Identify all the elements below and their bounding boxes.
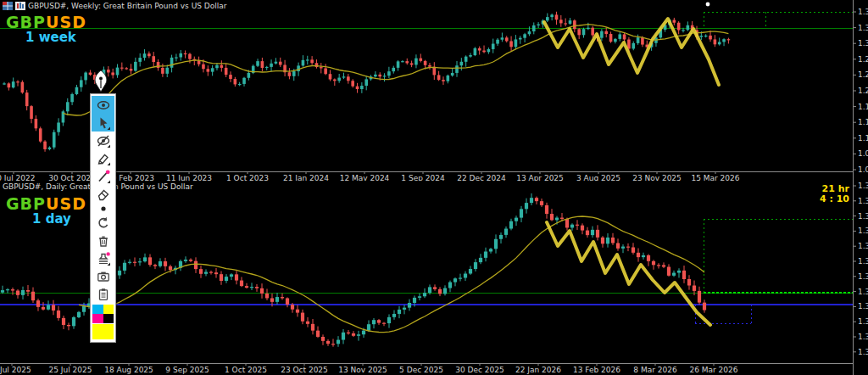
candle-body	[555, 218, 559, 221]
countdown-time: 4 : 10	[820, 194, 849, 204]
price-axis-label: 1.34100	[858, 24, 868, 32]
candle-body	[70, 94, 74, 102]
price-axis-label: 1.30680	[858, 348, 868, 356]
candle-body	[337, 78, 341, 81]
candle-body	[292, 71, 296, 76]
candle-body	[637, 37, 640, 43]
price-axis-label: 1.32140	[858, 317, 868, 326]
date-axis-label: 30 Dec 2025	[455, 366, 504, 374]
candle-body	[586, 231, 589, 236]
candle-body	[704, 36, 708, 36]
window-icon-table[interactable]	[3, 2, 13, 10]
candle-body	[392, 68, 395, 71]
candle-body	[515, 218, 518, 221]
tool-panel	[90, 93, 116, 343]
candle-body	[382, 323, 386, 324]
price-axis-label: 1.15230	[858, 118, 868, 126]
candle-body	[525, 203, 528, 209]
candle-body	[347, 333, 350, 333]
candle-body	[489, 249, 492, 251]
candle-body	[632, 248, 635, 253]
candle-body	[310, 59, 314, 63]
candle-body	[130, 69, 133, 70]
candle-body	[165, 68, 169, 74]
visibility-eye-icon	[96, 98, 111, 113]
candle-body	[209, 271, 213, 272]
date-axis-label: 10 Jul 2022	[0, 174, 35, 181]
toolbar-item-clipboard[interactable]	[92, 285, 114, 303]
candle-body	[606, 238, 609, 243]
candle-body	[398, 310, 401, 314]
toolbar-item-pen-line[interactable]	[92, 167, 114, 185]
candle-body	[229, 75, 232, 79]
toolbar-item-screenshot-camera[interactable]	[92, 267, 114, 285]
candle-body	[455, 65, 459, 73]
candle-body	[321, 337, 325, 341]
date-axis-label: 1 Oct 2025	[225, 366, 267, 374]
color-swatch-3[interactable]	[103, 314, 114, 323]
candle-body	[148, 257, 152, 265]
candle-body	[405, 61, 409, 63]
candle-body	[147, 53, 151, 56]
candle-body	[342, 76, 346, 77]
candle-body	[138, 261, 142, 262]
candle-body	[296, 310, 299, 313]
color-swatch-grid[interactable]	[92, 305, 114, 323]
price-axis-label: 1.12085	[858, 134, 868, 143]
date-axis-label: 18 Aug 2025	[104, 366, 153, 374]
toolbar-item-cursor-pointer[interactable]	[92, 114, 114, 132]
date-axis-label: 23 Oct 2025	[281, 366, 328, 374]
candle-body	[383, 76, 387, 76]
candle-body	[256, 61, 259, 66]
toolbar-item-highlighter[interactable]	[92, 149, 114, 167]
color-swatch-0[interactable]	[92, 305, 103, 314]
toolbar-item-visibility-off[interactable]	[92, 132, 114, 149]
price-axis-label: 1.38710	[858, 182, 868, 190]
candle-body	[250, 287, 253, 288]
color-swatch-2[interactable]	[92, 314, 103, 323]
toolbar-item-dot-marker[interactable]	[92, 203, 114, 214]
candle-body	[230, 274, 233, 277]
toolbar-item-delete-trash[interactable]	[92, 232, 114, 249]
candle-body	[609, 34, 613, 42]
candle-body	[42, 307, 45, 310]
candle-body	[484, 252, 487, 258]
candle-body	[301, 313, 304, 322]
weekly-chart-canvas[interactable]: 1.372451.341001.309551.278101.246651.215…	[0, 0, 868, 181]
candle-body	[16, 81, 19, 82]
color-swatch-1[interactable]	[103, 305, 114, 314]
candle-body	[647, 255, 650, 261]
candle-body	[331, 344, 335, 344]
candle-body	[8, 83, 11, 87]
date-axis-label: 1 Sep 2024	[401, 174, 445, 181]
candle-body	[410, 63, 414, 64]
candle-body	[591, 28, 594, 36]
window-icon-chart[interactable]	[15, 2, 25, 10]
price-axis-label: 1.36520	[858, 227, 868, 235]
candle-body	[352, 333, 355, 336]
candle-body	[214, 272, 218, 274]
candle-body	[16, 291, 19, 295]
candle-body	[573, 20, 576, 29]
candle-body	[437, 75, 441, 80]
price-axis-label: 1.30955	[858, 39, 868, 48]
toolbar-item-visibility-eye[interactable]	[92, 96, 114, 114]
candle-body	[611, 238, 615, 243]
candle-body	[152, 56, 155, 62]
active-color-swatch[interactable]	[92, 324, 114, 339]
candle-body	[77, 312, 81, 317]
daily-chart-canvas[interactable]: 1.387101.379801.372501.365201.357901.350…	[0, 181, 868, 375]
candle-body	[604, 31, 608, 34]
candle-body	[700, 36, 704, 37]
pen-line-icon	[96, 169, 111, 184]
candle-body	[623, 34, 626, 39]
candle-body	[240, 281, 243, 287]
price-axis-label: 1.32870	[858, 302, 868, 311]
screenshot-camera-icon	[96, 269, 111, 284]
candle-body	[302, 60, 305, 66]
candle-body	[505, 37, 509, 41]
candle-body	[616, 243, 620, 248]
candle-body	[460, 62, 464, 65]
toolbar-item-stamp[interactable]	[92, 249, 114, 267]
toolbar-item-undo[interactable]	[92, 214, 114, 232]
